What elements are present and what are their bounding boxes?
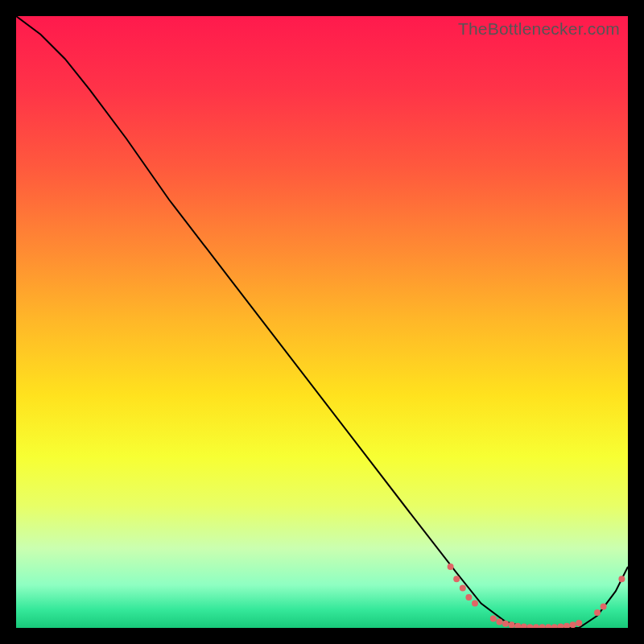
data-point	[502, 621, 509, 627]
data-point	[465, 594, 472, 601]
data-point	[509, 621, 515, 628]
chart-background	[16, 16, 628, 628]
data-point	[618, 576, 625, 582]
data-point	[601, 603, 607, 609]
data-point	[576, 620, 582, 626]
data-point	[472, 601, 478, 607]
watermark-text: TheBottlenecker.com	[458, 19, 620, 39]
data-point	[460, 585, 466, 592]
data-point	[448, 564, 454, 570]
data-point	[496, 618, 502, 625]
data-point	[570, 621, 576, 628]
chart-container: TheBottlenecker.com	[16, 16, 628, 628]
data-point	[490, 616, 497, 622]
chart-svg	[16, 16, 628, 628]
data-point	[594, 609, 601, 616]
data-point	[453, 576, 460, 582]
